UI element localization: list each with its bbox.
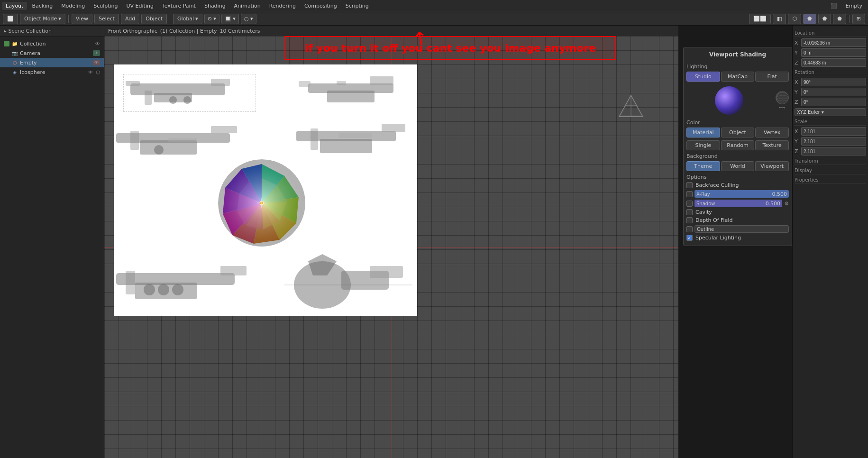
color-texture-btn[interactable]: Texture xyxy=(755,140,789,150)
collection-checkbox[interactable] xyxy=(4,41,9,46)
loc-z-row: Z xyxy=(795,58,866,67)
tree-item-empty[interactable]: ⬡ Empty 👁 xyxy=(0,58,104,67)
loc-x-input[interactable] xyxy=(801,38,866,47)
xray-slider[interactable]: X-Ray 0.500 xyxy=(694,190,789,198)
proportional-edit[interactable]: ○ ▾ xyxy=(241,14,256,24)
svg-rect-3 xyxy=(126,81,140,86)
tree-item-collection[interactable]: 📁 Collection 👁 xyxy=(0,39,104,48)
rot-y-row: Y xyxy=(795,88,866,96)
view-menu[interactable]: View xyxy=(72,14,92,24)
svg-rect-17 xyxy=(168,138,197,142)
gun-middle-left xyxy=(116,121,249,164)
outline-slider[interactable]: Outline xyxy=(694,225,789,233)
select-menu[interactable]: Select xyxy=(94,14,119,24)
shadow-slider[interactable]: Shadow 0.500 xyxy=(694,200,782,207)
bg-world-btn[interactable]: World xyxy=(721,161,755,171)
dof-checkbox[interactable] xyxy=(686,217,693,223)
transform-section-title: Transform xyxy=(795,158,866,165)
option-xray: X-Ray 0.500 xyxy=(686,190,789,198)
location-section: Location xyxy=(795,30,866,37)
object-mode-dropdown[interactable]: Object Mode ▾ xyxy=(20,14,65,24)
display-section-title: Display xyxy=(795,168,866,174)
collection-icon: 📁 xyxy=(11,40,18,47)
lighting-tab-matcap[interactable]: MatCap xyxy=(721,72,755,82)
transform-pivot[interactable]: ⊙ ▾ xyxy=(204,14,219,24)
lighting-tab-flat[interactable]: Flat xyxy=(755,72,789,82)
svg-rect-11 xyxy=(337,81,346,85)
svg-rect-25 xyxy=(220,266,247,275)
sep3 xyxy=(849,15,850,23)
menu-scripting[interactable]: Scripting xyxy=(342,2,373,10)
rot-x-input[interactable] xyxy=(801,78,866,86)
loc-z-input[interactable] xyxy=(801,58,866,67)
rot-y-input[interactable] xyxy=(801,88,866,96)
menu-shading[interactable]: Shading xyxy=(201,2,229,10)
shading-wireframe[interactable]: ⬡ xyxy=(788,14,801,24)
shadow-value: 0.500 xyxy=(766,201,781,207)
scale-z-input[interactable] xyxy=(801,147,866,156)
overlay-btn[interactable]: ⬜⬜ xyxy=(749,14,771,24)
scale-section: Scale xyxy=(795,119,866,126)
hdri-ball[interactable] xyxy=(776,91,789,104)
menu-modeling[interactable]: Modeling xyxy=(57,2,89,10)
add-menu[interactable]: Add xyxy=(121,14,139,24)
center-viewport[interactable]: Front Orthographic (1) Collection | Empt… xyxy=(104,26,678,458)
menu-animation[interactable]: Animation xyxy=(230,2,265,10)
xray-btn[interactable]: ◧ xyxy=(773,14,786,24)
icosphere-eye[interactable]: 👁 xyxy=(88,70,93,75)
menu-rendering[interactable]: Rendering xyxy=(265,2,300,10)
object-menu[interactable]: Object xyxy=(141,14,167,24)
annotation-text: if you turn it off you cant see you imag… xyxy=(305,42,596,54)
bg-theme-btn[interactable]: Theme xyxy=(686,161,720,171)
annotation-box: if you turn it off you cant see you imag… xyxy=(284,36,616,60)
specular-checkbox[interactable] xyxy=(686,235,693,241)
tree-item-icosphere[interactable]: ◈ Icosphere 👁 ⬡ xyxy=(0,67,104,77)
menu-compositing[interactable]: Compositing xyxy=(301,2,341,10)
loc-y-input[interactable] xyxy=(801,48,866,57)
backface-culling-label: Backface Culling xyxy=(695,182,739,188)
shadow-gear-icon[interactable]: ⚙ xyxy=(784,201,789,207)
scale-y-input[interactable] xyxy=(801,137,866,146)
options-label: Options xyxy=(686,174,789,180)
menu-texture-paint[interactable]: Texture Paint xyxy=(158,2,200,10)
tree-item-camera[interactable]: 📷 Camera 👁 xyxy=(0,48,104,58)
color-material-btn[interactable]: Material xyxy=(686,128,720,137)
collection-eye[interactable]: 👁 xyxy=(95,41,100,46)
svg-point-27 xyxy=(158,284,169,295)
camera-eye[interactable]: 👁 xyxy=(93,50,100,56)
backface-culling-checkbox[interactable] xyxy=(686,182,693,188)
snap-toggle[interactable]: 🔲 ▾ xyxy=(221,14,239,24)
scene-label: ⬛ xyxy=(831,3,837,9)
scale-x-input[interactable] xyxy=(801,127,866,136)
rot-z-input[interactable] xyxy=(801,98,866,106)
bg-viewport-btn[interactable]: Viewport xyxy=(755,161,789,171)
shading-render[interactable]: ⬟ xyxy=(833,14,846,24)
scale-x-label: X xyxy=(795,128,799,135)
menu-backing[interactable]: Backing xyxy=(28,2,56,10)
color-random-btn[interactable]: Random xyxy=(721,140,755,150)
svg-rect-9 xyxy=(370,76,393,85)
empty-eye[interactable]: 👁 xyxy=(93,60,100,65)
collection-label: Collection xyxy=(20,41,46,47)
menu-sculpting[interactable]: Sculpting xyxy=(90,2,121,10)
color-object-btn[interactable]: Object xyxy=(721,128,755,137)
color-single-btn[interactable]: Single xyxy=(686,140,720,150)
menu-layout[interactable]: Layout xyxy=(2,2,27,10)
global-dropdown[interactable]: Global ▾ xyxy=(173,14,202,24)
shading-solid[interactable]: ⬟ xyxy=(803,14,816,24)
shading-material[interactable]: ⬟ xyxy=(818,14,831,24)
viewport-shading-panel: Viewport Shading Lighting Studio MatCap … xyxy=(683,47,792,246)
color-vertex-btn[interactable]: Vertex xyxy=(755,128,789,137)
shadow-checkbox[interactable] xyxy=(686,201,693,207)
menu-uv-editing[interactable]: UV Editing xyxy=(123,2,157,10)
editor-type[interactable]: ⊞ xyxy=(852,14,865,24)
lighting-tab-studio[interactable]: Studio xyxy=(686,72,720,82)
viewport-icon-btn[interactable]: ⬜ xyxy=(3,14,18,24)
option-cavity: Cavity xyxy=(686,209,789,215)
cavity-checkbox[interactable] xyxy=(686,209,693,215)
outline-checkbox[interactable] xyxy=(686,226,693,232)
preview-controls: ⟺ xyxy=(776,91,789,110)
mode-dropdown[interactable]: XYZ Euler ▾ xyxy=(795,108,866,116)
xray-checkbox[interactable] xyxy=(686,191,693,197)
loc-x-row: X xyxy=(795,38,866,47)
